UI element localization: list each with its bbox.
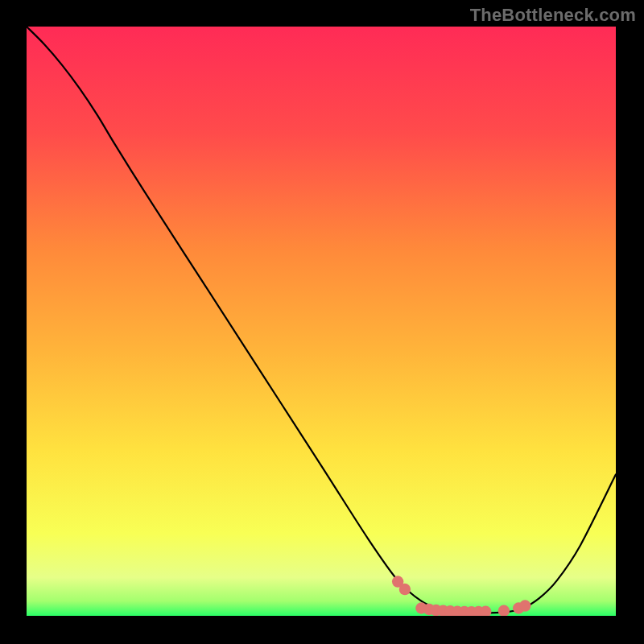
plot-area (27, 27, 616, 616)
marker-dot (399, 584, 411, 595)
gradient-background (27, 27, 616, 616)
chart-stage: TheBottleneck.com (0, 0, 644, 644)
marker-dot (519, 600, 530, 611)
chart-svg (27, 27, 616, 616)
watermark-label: TheBottleneck.com (470, 5, 636, 26)
